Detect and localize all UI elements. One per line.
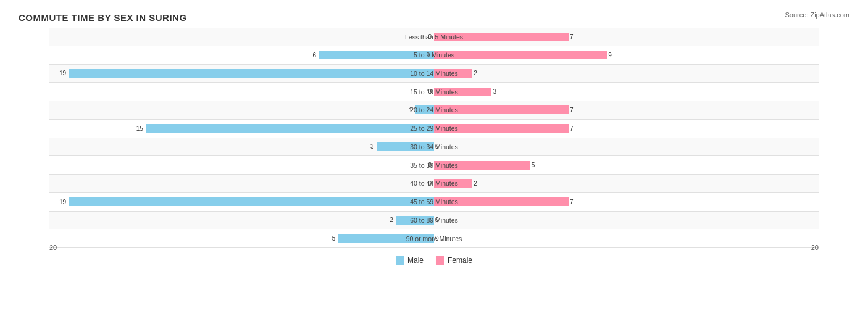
male-value: 19	[59, 70, 66, 76]
female-value: 3	[493, 88, 496, 95]
chart-row: 035 to 39 Minutes5	[49, 156, 819, 175]
female-value: 7	[570, 125, 574, 132]
row-label: Less than 5 Minutes	[405, 33, 463, 41]
row-label: 20 to 24 Minutes	[410, 106, 458, 114]
female-label: Female	[448, 256, 472, 265]
female-value: 7	[570, 33, 574, 40]
female-value: 7	[570, 107, 574, 114]
left-side: 6	[49, 46, 434, 64]
female-bar	[434, 51, 607, 59]
male-value: 3	[370, 143, 374, 150]
female-value: 9	[608, 52, 612, 59]
right-side: 2	[434, 65, 819, 83]
axis-left-val: 20	[49, 244, 57, 251]
right-side: 2	[434, 175, 819, 192]
bars-area: 0Less than 5 Minutes765 to 9 Minutes9191…	[49, 28, 819, 248]
legend-male: Male	[396, 256, 424, 265]
chart-row: 1910 to 14 Minutes2	[49, 65, 819, 83]
legend: Male Female	[396, 256, 472, 265]
left-side: 1	[49, 101, 434, 119]
chart-row: 015 to 19 Minutes3	[49, 83, 819, 101]
left-side: 2	[49, 212, 434, 229]
chart-row: 65 to 9 Minutes9	[49, 46, 819, 65]
chart-container: COMMUTE TIME BY SEX IN SURING Source: Zi…	[0, 0, 868, 322]
female-value: 5	[532, 162, 535, 168]
female-value: 2	[474, 180, 477, 187]
right-side: 7	[434, 101, 819, 119]
chart-area: 0Less than 5 Minutes765 to 9 Minutes9191…	[19, 28, 849, 270]
row-label: 90 or more Minutes	[406, 235, 462, 242]
male-value: 15	[136, 125, 143, 132]
male-value: 19	[59, 199, 66, 205]
chart-row: 260 to 89 Minutes0	[49, 212, 819, 230]
right-side: 7	[434, 193, 819, 211]
row-label: 10 to 14 Minutes	[410, 70, 458, 77]
left-side: 19	[49, 193, 434, 211]
chart-row: 0Less than 5 Minutes7	[49, 28, 819, 46]
chart-title: COMMUTE TIME BY SEX IN SURING	[19, 12, 849, 23]
left-side: 0	[49, 28, 434, 46]
chart-row: 120 to 24 Minutes7	[49, 101, 819, 120]
right-side: 7	[434, 120, 819, 138]
male-color-box	[396, 256, 404, 265]
row-label: 45 to 59 Minutes	[410, 198, 458, 205]
chart-row: 1525 to 29 Minutes7	[49, 120, 819, 138]
row-label: 5 to 9 Minutes	[414, 51, 454, 59]
right-side: 5	[434, 156, 819, 174]
right-side: 9	[434, 46, 819, 64]
left-side: 0	[49, 175, 434, 192]
male-value: 6	[313, 52, 317, 59]
bottom-axis: 20 20	[49, 244, 819, 251]
male-bar	[146, 124, 434, 133]
male-value: 5	[332, 235, 336, 242]
axis-right-val: 20	[811, 244, 819, 251]
female-value: 2	[474, 70, 477, 76]
left-side: 15	[49, 120, 434, 138]
right-side: 7	[434, 28, 819, 46]
row-label: 30 to 34 Minutes	[410, 143, 458, 151]
legend-female: Female	[436, 256, 472, 265]
right-side: 0	[434, 138, 819, 156]
chart-row: 040 to 44 Minutes2	[49, 175, 819, 193]
left-side: 0	[49, 83, 434, 101]
male-value: 2	[390, 217, 393, 223]
chart-row: 330 to 34 Minutes0	[49, 138, 819, 157]
left-side: 3	[49, 138, 434, 156]
male-bar	[69, 197, 434, 206]
female-value: 7	[570, 199, 574, 205]
row-label: 35 to 39 Minutes	[410, 162, 458, 169]
row-label: 25 to 29 Minutes	[410, 125, 458, 132]
row-label: 60 to 89 Minutes	[410, 217, 458, 224]
male-bar	[69, 69, 434, 78]
left-side: 0	[49, 156, 434, 174]
chart-row: 1945 to 59 Minutes7	[49, 193, 819, 212]
left-side: 19	[49, 65, 434, 83]
row-label: 40 to 44 Minutes	[410, 180, 458, 187]
row-label: 15 to 19 Minutes	[410, 88, 458, 96]
female-color-box	[436, 256, 444, 265]
source-label: Source: ZipAtlas.com	[785, 11, 849, 19]
right-side: 0	[434, 212, 819, 229]
male-label: Male	[407, 256, 424, 265]
right-side: 3	[434, 83, 819, 101]
